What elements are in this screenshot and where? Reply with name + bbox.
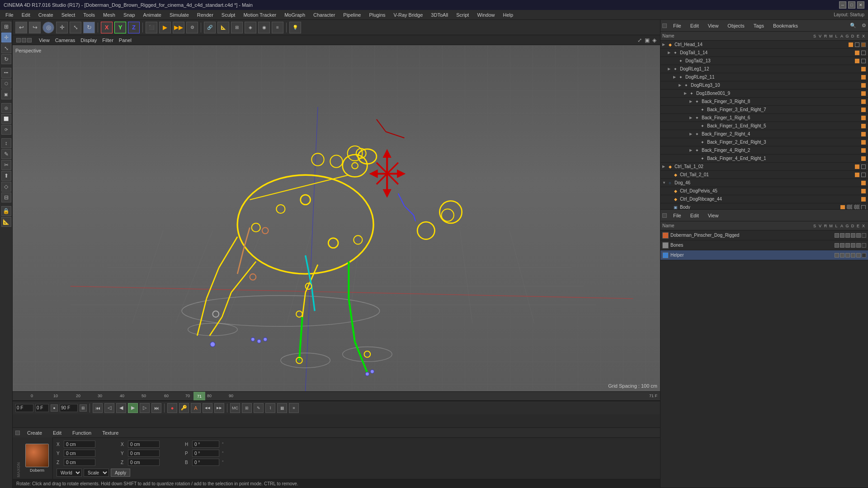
- tree-item-backfinger3right8[interactable]: ▶ ✦ Back_Finger_3_Right_8: [660, 98, 868, 106]
- menu-snap[interactable]: Snap: [120, 11, 139, 19]
- tb-undo[interactable]: ↩: [15, 22, 27, 33]
- transport-play-back[interactable]: ◀: [116, 403, 126, 413]
- frame-lock[interactable]: ⊞: [80, 404, 87, 412]
- transport-prev-key[interactable]: ◂◂: [203, 403, 212, 413]
- live-selection[interactable]: ◎: [1, 103, 11, 113]
- transport-goto-start[interactable]: ⏮: [93, 403, 103, 413]
- transport-edit[interactable]: ✎: [254, 403, 264, 413]
- mat-menu-edit[interactable]: Edit: [49, 429, 65, 436]
- obj-settings-icon[interactable]: ⚙: [862, 23, 866, 28]
- move-tool-2[interactable]: ↕: [1, 138, 11, 148]
- obj-menu-view[interactable]: View: [705, 23, 722, 28]
- tree-item-body[interactable]: ▣ Body: [660, 203, 868, 209]
- obj-menu-bookmarks[interactable]: Bookmarks: [770, 23, 801, 28]
- viewport-icon-3[interactable]: [27, 38, 32, 42]
- menu-vray[interactable]: V-Ray Bridge: [390, 11, 427, 19]
- tb-render-settings[interactable]: ⚙: [186, 22, 198, 33]
- viewport-icon-2[interactable]: [22, 38, 26, 42]
- mat-row-bones[interactable]: Bones: [660, 240, 868, 250]
- mat-manager-menu-view[interactable]: View: [705, 213, 722, 218]
- viewport-icon-1[interactable]: [16, 38, 21, 42]
- tb-light[interactable]: 💡: [289, 22, 301, 33]
- tree-item-ctrl-tail-102[interactable]: ▶ ◆ Ctrl_Tail_1_02: [660, 163, 868, 171]
- viewport-menu-view[interactable]: View: [39, 38, 50, 43]
- tree-item-ctrl-tail-201[interactable]: ◆ Ctrl_Tail_2_01: [660, 171, 868, 179]
- tb-move[interactable]: ✛: [56, 22, 68, 33]
- obj-menu-objects[interactable]: Objects: [725, 23, 747, 28]
- obj-menu-edit[interactable]: Edit: [688, 23, 702, 28]
- viewport-menu-display[interactable]: Display: [80, 38, 97, 43]
- axis-y[interactable]: Y: [114, 22, 126, 33]
- tree-item-backfinger1endright5[interactable]: ✦ Back_Finger_1_End_Right_5: [660, 122, 868, 130]
- mat-manager-icon[interactable]: [662, 213, 667, 218]
- tb-live-selection-2[interactable]: ◎: [42, 22, 54, 33]
- menu-character[interactable]: Character: [310, 11, 339, 19]
- coord-y-rot[interactable]: [128, 450, 160, 457]
- transport-motion-clip[interactable]: MC: [230, 403, 240, 413]
- mode-select-tool[interactable]: ⊞: [1, 22, 11, 32]
- tree-item-backfinger4right2[interactable]: ▶ ✦ Back_Finger_4_Right_2: [660, 146, 868, 155]
- mat-menu-texture[interactable]: Texture: [99, 429, 122, 436]
- tree-item-backfinger1right6[interactable]: ▶ ✦ Back_Finger_1_Right_6: [660, 114, 868, 122]
- menu-animate[interactable]: Animate: [140, 11, 165, 19]
- points-mode[interactable]: •••: [1, 68, 11, 78]
- world-select[interactable]: World: [57, 469, 82, 477]
- tree-item-dog1bone9[interactable]: ▶ ✦ Dog1Bone001_9: [660, 89, 868, 98]
- tree-item-backfinger2right4[interactable]: ▶ ✦ Back_Finger_2_Right_4: [660, 130, 868, 138]
- frame-end-input[interactable]: [60, 404, 78, 412]
- viewport-canvas[interactable]: Perspective Grid Spacing : 100 cm: [13, 45, 660, 391]
- coord-x-pos[interactable]: [64, 441, 95, 448]
- frame-current-input[interactable]: [35, 404, 49, 412]
- minimize-button[interactable]: ─: [839, 1, 846, 9]
- pen-tool[interactable]: ✎: [1, 149, 11, 159]
- viewport-menu-panel[interactable]: Panel: [119, 38, 132, 43]
- mat-row-helper[interactable]: Helper: [660, 250, 868, 260]
- transport-next-key[interactable]: ▸▸: [214, 403, 224, 413]
- menu-mograph[interactable]: MoGraph: [281, 11, 309, 19]
- tree-item-backfinger2endright3[interactable]: ✦ Back_Finger_2_End_Right_3: [660, 138, 868, 146]
- extrude-tool[interactable]: ⬆: [1, 171, 11, 181]
- viewport-menu-cameras[interactable]: Cameras: [55, 38, 75, 43]
- bridge-tool[interactable]: ⊟: [1, 192, 11, 202]
- axis-z[interactable]: Z: [128, 22, 140, 33]
- coord-z-rot[interactable]: [128, 459, 160, 466]
- menu-window[interactable]: Window: [473, 11, 498, 19]
- knife-tool[interactable]: ✂: [1, 160, 11, 170]
- viewport-menu-filter[interactable]: Filter: [102, 38, 113, 43]
- tb-render-active[interactable]: ▶: [159, 22, 171, 33]
- tb-viewport-shading[interactable]: ◉: [258, 22, 270, 33]
- material-toolbar-icon[interactable]: [15, 431, 20, 435]
- menu-file[interactable]: File: [2, 11, 17, 19]
- obj-search-icon[interactable]: 🔍: [850, 23, 856, 28]
- tb-viewport-solo[interactable]: ◈: [245, 22, 256, 33]
- rect-selection[interactable]: ⬜: [1, 114, 11, 124]
- menu-render[interactable]: Render: [193, 11, 217, 19]
- close-button[interactable]: ✕: [857, 1, 864, 9]
- transport-step-fwd[interactable]: ▷: [140, 403, 150, 413]
- transport-goto-end[interactable]: ⏭: [151, 403, 161, 413]
- tree-item-dogtail213[interactable]: ✦ DogTail2_13: [660, 57, 868, 65]
- edges-mode[interactable]: ⬡: [1, 79, 11, 89]
- tb-redo[interactable]: ↪: [29, 22, 41, 33]
- tree-item-ctrl-head-14[interactable]: ▶ ◆ Ctrl_Head_14: [660, 41, 868, 49]
- menu-sculpt[interactable]: Sculpt: [218, 11, 239, 19]
- menu-select[interactable]: Select: [58, 11, 79, 19]
- transport-keyframe[interactable]: 🔑: [179, 403, 189, 413]
- menu-simulate[interactable]: Simulate: [166, 11, 193, 19]
- record-button[interactable]: ●: [51, 404, 58, 412]
- transport-step-back[interactable]: ◁: [104, 403, 114, 413]
- menu-plugins[interactable]: Plugins: [365, 11, 389, 19]
- frame-start-input[interactable]: [15, 404, 33, 412]
- apply-button[interactable]: Apply: [111, 469, 130, 477]
- obj-toolbar-icon[interactable]: [662, 23, 667, 28]
- tree-item-ctrl-dogribcage44[interactable]: ◆ Ctrl_DogRibcage_44: [660, 195, 868, 203]
- mat-row-doberman[interactable]: Doberman_Pinscher_Dog_Rigged: [660, 230, 868, 240]
- mode-scale-tool[interactable]: ⤡: [1, 43, 11, 53]
- obj-menu-tags[interactable]: Tags: [751, 23, 767, 28]
- material-thumb-doberm[interactable]: Doberm: [25, 444, 49, 473]
- tb-scale[interactable]: ⤡: [70, 22, 81, 33]
- coord-x-rot[interactable]: [128, 441, 160, 448]
- tb-render-to-picture[interactable]: ▶▶: [173, 22, 184, 33]
- tree-item-dog46[interactable]: ▼ ○ Dog_46: [660, 179, 868, 187]
- scale-select[interactable]: Scale: [84, 469, 109, 477]
